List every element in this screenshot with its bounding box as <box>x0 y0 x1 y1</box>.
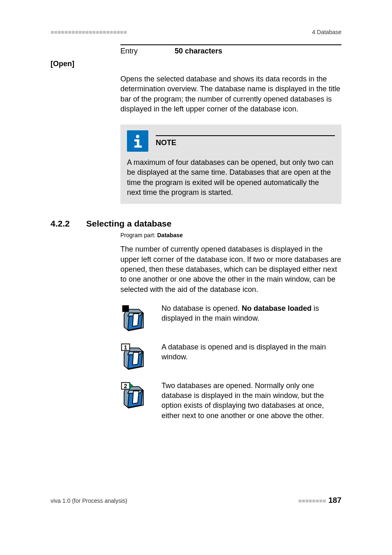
section-title: Selecting a database <box>86 219 172 229</box>
open-body: Opens the selected database and shows it… <box>120 74 341 114</box>
intro-text: The number of currently opened databases… <box>120 244 341 294</box>
database-icon-2: 2 <box>120 381 150 421</box>
footer-dashes: ■■■■■■■■ <box>298 497 326 504</box>
entry-row: Entry 50 characters <box>120 44 341 56</box>
row0-pre: No database is opened. <box>161 304 242 312</box>
badge-1: 1 <box>124 344 127 351</box>
page-footer: viva 1.0 (for Process analysis) ■■■■■■■■… <box>51 496 341 505</box>
note-title: NOTE <box>156 139 176 147</box>
icon-row-0: No database is opened. No database loade… <box>120 303 341 333</box>
footer-left: viva 1.0 (for Process analysis) <box>51 497 127 504</box>
entry-value: 50 characters <box>175 47 222 56</box>
row2-text: Two databases are opened. Normally only … <box>161 381 341 421</box>
chapter-label: 4 Database <box>312 29 341 35</box>
svg-marker-12 <box>133 352 139 365</box>
badge-2: 2 <box>124 383 127 389</box>
page-header: ■■■■■■■■■■■■■■■■■■■■■■ 4 Database <box>51 29 341 35</box>
svg-rect-8 <box>122 305 129 312</box>
icon-row-2: 2 Two databases are opened. Normally onl… <box>120 381 341 421</box>
program-part: Program part: Database <box>120 232 341 238</box>
icon-row-1: 1 A database is opened and is displayed … <box>120 342 341 372</box>
section-heading: 4.2.2 Selecting a database <box>51 219 341 229</box>
row0-text: No database is opened. No database loade… <box>161 303 341 333</box>
svg-marker-7 <box>133 314 139 326</box>
note-body: A maximum of four databases can be opene… <box>127 157 335 197</box>
svg-point-0 <box>136 135 139 138</box>
database-icon-1: 1 <box>120 342 150 372</box>
section-number: 4.2.2 <box>51 219 70 229</box>
header-dashes: ■■■■■■■■■■■■■■■■■■■■■■ <box>51 29 127 35</box>
note-box: NOTE A maximum of four databases can be … <box>120 125 341 204</box>
info-icon <box>127 130 148 152</box>
row0-bold: No database loaded <box>242 304 311 312</box>
program-part-value: Database <box>157 232 182 238</box>
svg-marker-17 <box>133 391 139 404</box>
open-label: [Open] <box>51 60 341 68</box>
row1-text: A database is opened and is displayed in… <box>161 342 341 372</box>
program-part-key: Program part: <box>120 232 157 238</box>
database-icon-none <box>120 303 150 333</box>
svg-rect-3 <box>134 146 142 148</box>
entry-label: Entry <box>120 47 138 56</box>
page-number: 187 <box>328 496 341 504</box>
